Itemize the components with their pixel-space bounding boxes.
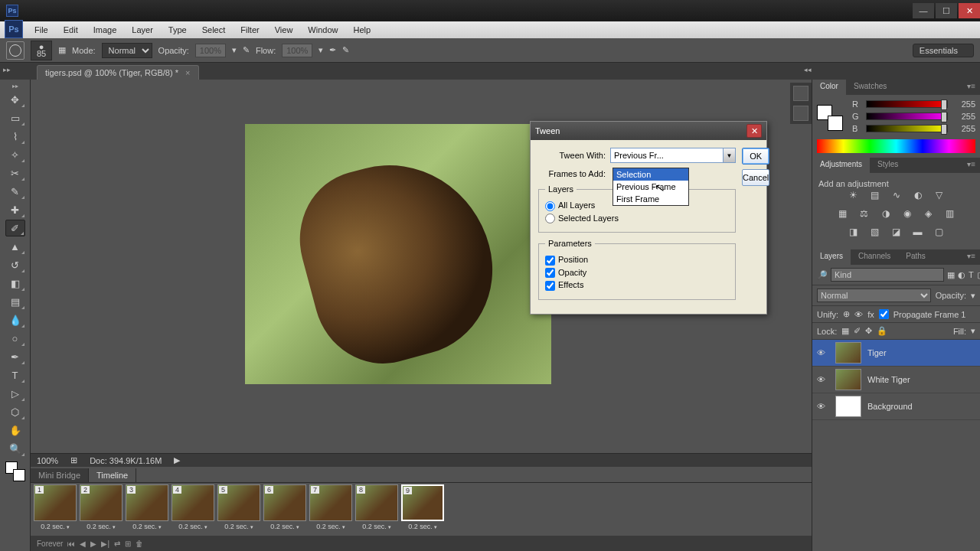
pen-tool[interactable]: ✒ bbox=[5, 348, 25, 365]
tab-layers[interactable]: Layers bbox=[812, 249, 851, 265]
r-slider[interactable] bbox=[866, 100, 948, 108]
brush-panel-icon[interactable]: ▦ bbox=[58, 45, 66, 55]
zoom-tool[interactable]: 🔍 bbox=[5, 440, 25, 457]
color-swatches[interactable] bbox=[5, 461, 25, 481]
filter-shape-icon[interactable]: ▢ bbox=[977, 268, 980, 282]
eraser-tool[interactable]: ◧ bbox=[5, 275, 25, 292]
timeline-frame[interactable]: 80.2 sec. bbox=[355, 484, 398, 534]
tween-button[interactable]: ⇄ bbox=[114, 540, 120, 548]
selected-layers-radio-label[interactable]: Selected Layers bbox=[545, 214, 729, 224]
opacity-dropdown-icon[interactable]: ▾ bbox=[232, 45, 237, 55]
timeline-frame[interactable]: 40.2 sec. bbox=[172, 484, 214, 534]
adj-panel-menu-icon[interactable]: ▾≡ bbox=[962, 158, 980, 173]
color-panel-menu-icon[interactable]: ▾≡ bbox=[962, 80, 980, 95]
timeline-frame[interactable]: 20.2 sec. bbox=[80, 484, 122, 534]
selective-color-icon[interactable]: ▢ bbox=[933, 225, 946, 239]
eyedropper-tool[interactable]: ✎ bbox=[5, 183, 25, 200]
duplicate-frame-button[interactable]: ⊞ bbox=[125, 540, 131, 548]
tween-with-dropdown-button[interactable]: ▼ bbox=[724, 148, 736, 163]
tab-mini-bridge[interactable]: Mini Bridge bbox=[31, 468, 89, 482]
opacity-field[interactable]: 100% bbox=[195, 44, 226, 57]
workspace-switcher[interactable]: Essentials bbox=[913, 44, 974, 57]
close-tab-icon[interactable]: × bbox=[185, 68, 190, 77]
effects-check-label[interactable]: Effects bbox=[545, 280, 729, 291]
tab-styles[interactable]: Styles bbox=[870, 158, 906, 173]
effects-checkbox[interactable] bbox=[545, 281, 555, 291]
history-dock-icon[interactable] bbox=[793, 86, 808, 101]
visibility-icon[interactable]: 👁 bbox=[817, 348, 829, 357]
first-frame-button[interactable]: ⏮ bbox=[67, 540, 75, 548]
lasso-tool[interactable]: ⌇ bbox=[5, 128, 25, 145]
fg-bg-swatch[interactable] bbox=[817, 105, 843, 131]
layer-row[interactable]: 👁Tiger bbox=[812, 340, 980, 367]
loop-select[interactable]: Forever bbox=[37, 540, 63, 548]
channel-mixer-icon[interactable]: ◈ bbox=[922, 207, 936, 220]
posterize-icon[interactable]: ▧ bbox=[868, 225, 882, 239]
play-button[interactable]: ▶ bbox=[90, 540, 96, 548]
layer-name[interactable]: Background bbox=[867, 402, 913, 411]
menu-file[interactable]: File bbox=[27, 23, 56, 37]
hand-tool[interactable]: ✋ bbox=[5, 422, 25, 439]
menu-image[interactable]: Image bbox=[86, 23, 125, 37]
threshold-icon[interactable]: ◪ bbox=[890, 225, 903, 239]
zoom-field[interactable]: 100% bbox=[37, 456, 58, 465]
crop-tool[interactable]: ✂ bbox=[5, 165, 25, 181]
delete-frame-button[interactable]: 🗑 bbox=[136, 540, 143, 548]
layer-thumbnail[interactable] bbox=[835, 342, 861, 364]
filter-text-icon[interactable]: T bbox=[969, 268, 974, 282]
tab-timeline[interactable]: Timeline bbox=[89, 468, 136, 482]
layer-row[interactable]: 👁Background bbox=[812, 393, 980, 420]
cancel-button[interactable]: Cancel bbox=[742, 169, 769, 186]
menu-select[interactable]: Select bbox=[194, 23, 234, 37]
quick-select-tool[interactable]: ✧ bbox=[5, 146, 25, 163]
zoom-slider-icon[interactable]: ⊞ bbox=[70, 455, 77, 465]
airbrush-icon[interactable]: ✒ bbox=[329, 45, 336, 55]
tween-with-select[interactable] bbox=[610, 148, 724, 163]
timeline-frame[interactable]: 10.2 sec. bbox=[34, 484, 77, 534]
propagate-checkbox[interactable] bbox=[879, 309, 889, 319]
menu-type[interactable]: Type bbox=[161, 23, 194, 37]
menu-edit[interactable]: Edit bbox=[56, 23, 86, 37]
tab-adjustments[interactable]: Adjustments bbox=[812, 158, 870, 173]
timeline-frame[interactable]: 50.2 sec. bbox=[217, 484, 260, 534]
b-slider[interactable] bbox=[866, 125, 948, 132]
hue-icon[interactable]: ▦ bbox=[836, 207, 850, 220]
marquee-tool[interactable]: ▭ bbox=[5, 109, 25, 126]
brightness-icon[interactable]: ☀ bbox=[847, 188, 861, 202]
dropdown-option-previous-frame[interactable]: Previous Frame bbox=[613, 181, 688, 193]
tab-paths[interactable]: Paths bbox=[898, 249, 933, 265]
document-tab[interactable]: tigers.psd @ 100% (Tiger, RGB/8) * × bbox=[37, 65, 199, 80]
status-arrow-icon[interactable]: ▶ bbox=[174, 455, 180, 465]
menu-help[interactable]: Help bbox=[345, 23, 378, 37]
pressure-opacity-icon[interactable]: ✎ bbox=[243, 45, 250, 55]
lookup-icon[interactable]: ▥ bbox=[943, 207, 957, 220]
layer-row[interactable]: 👁White Tiger bbox=[812, 367, 980, 393]
lock-all-icon[interactable]: 🔒 bbox=[877, 326, 887, 336]
menu-view[interactable]: View bbox=[267, 23, 301, 37]
layer-thumbnail[interactable] bbox=[835, 396, 861, 417]
flow-field[interactable]: 100% bbox=[282, 44, 312, 57]
blend-mode-select[interactable]: Normal bbox=[102, 43, 152, 58]
brush-tool-icon[interactable] bbox=[6, 41, 24, 60]
menu-layer[interactable]: Layer bbox=[124, 23, 161, 37]
exposure-icon[interactable]: ◐ bbox=[911, 188, 925, 202]
lock-pos-icon[interactable]: ✥ bbox=[865, 326, 872, 336]
levels-icon[interactable]: ▤ bbox=[868, 188, 882, 202]
type-tool[interactable]: T bbox=[5, 367, 25, 383]
ok-button[interactable]: OK bbox=[742, 148, 769, 165]
maximize-button[interactable]: ☐ bbox=[936, 3, 957, 18]
visibility-icon[interactable]: 👁 bbox=[817, 375, 829, 384]
minimize-button[interactable]: — bbox=[913, 3, 934, 18]
r-value[interactable]: 255 bbox=[952, 99, 975, 109]
dialog-titlebar[interactable]: Tween ✕ bbox=[531, 122, 766, 140]
layer-name[interactable]: Tiger bbox=[867, 348, 887, 357]
lock-trans-icon[interactable]: ▦ bbox=[841, 326, 849, 336]
tab-color[interactable]: Color bbox=[812, 80, 846, 95]
dropdown-option-selection[interactable]: Selection bbox=[613, 168, 688, 181]
opacity-checkbox[interactable] bbox=[545, 268, 555, 278]
properties-dock-icon[interactable] bbox=[793, 106, 808, 121]
healing-tool[interactable]: ✚ bbox=[5, 201, 25, 218]
move-tool[interactable]: ✥ bbox=[5, 91, 25, 108]
b-value[interactable]: 255 bbox=[952, 124, 975, 133]
timeline-frame[interactable]: 60.2 sec. bbox=[263, 484, 306, 534]
